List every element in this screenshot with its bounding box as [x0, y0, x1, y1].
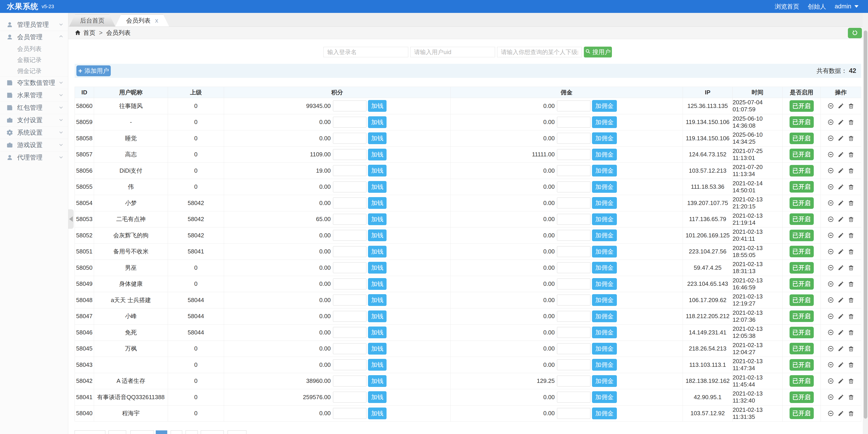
- disable-icon[interactable]: [828, 329, 834, 336]
- user-uid-input[interactable]: [410, 47, 495, 57]
- disable-icon[interactable]: [828, 346, 834, 352]
- delete-icon[interactable]: [848, 378, 854, 384]
- add-commission-button[interactable]: 加佣金: [592, 326, 617, 338]
- add-commission-button[interactable]: 加佣金: [592, 165, 617, 176]
- commission-amount-input[interactable]: [557, 262, 590, 273]
- commission-amount-input[interactable]: [557, 392, 590, 403]
- points-amount-input[interactable]: [333, 181, 366, 192]
- points-amount-input[interactable]: [333, 408, 366, 419]
- add-commission-button[interactable]: 加佣金: [592, 116, 617, 128]
- edit-icon[interactable]: [838, 168, 844, 174]
- add-money-button[interactable]: 加钱: [368, 246, 386, 258]
- edit-icon[interactable]: [838, 297, 844, 303]
- points-amount-input[interactable]: [333, 100, 366, 111]
- scrollbar-thumb[interactable]: [864, 31, 867, 418]
- points-amount-input[interactable]: [333, 376, 366, 386]
- add-money-button[interactable]: 加钱: [368, 197, 386, 209]
- commission-amount-input[interactable]: [557, 343, 590, 354]
- commission-amount-input[interactable]: [557, 408, 590, 419]
- login-name-input[interactable]: [323, 47, 408, 57]
- pagination-page-active[interactable]: [156, 430, 167, 434]
- points-amount-input[interactable]: [333, 230, 366, 241]
- add-money-button[interactable]: 加钱: [368, 294, 386, 306]
- add-commission-button[interactable]: 加佣金: [592, 100, 617, 112]
- commission-amount-input[interactable]: [557, 100, 590, 111]
- disable-icon[interactable]: [828, 378, 834, 384]
- sidebar-item-3[interactable]: 水果管理: [0, 89, 68, 102]
- add-commission-button[interactable]: 加佣金: [592, 294, 617, 306]
- add-commission-button[interactable]: 加佣金: [592, 213, 617, 225]
- add-commission-button[interactable]: 加佣金: [592, 133, 617, 144]
- add-money-button[interactable]: 加钱: [368, 375, 386, 387]
- points-amount-input[interactable]: [333, 133, 366, 144]
- close-icon[interactable]: x: [155, 17, 158, 24]
- disable-icon[interactable]: [828, 394, 834, 400]
- disable-icon[interactable]: [828, 119, 834, 125]
- delete-icon[interactable]: [848, 410, 854, 416]
- add-money-button[interactable]: 加钱: [368, 343, 386, 354]
- disable-icon[interactable]: [828, 281, 834, 287]
- points-amount-input[interactable]: [333, 214, 366, 225]
- commission-amount-input[interactable]: [557, 149, 590, 160]
- add-money-button[interactable]: 加钱: [368, 326, 386, 338]
- disable-icon[interactable]: [828, 264, 834, 271]
- add-money-button[interactable]: 加钱: [368, 213, 386, 225]
- disable-icon[interactable]: [828, 313, 834, 319]
- disable-icon[interactable]: [828, 297, 834, 303]
- sidebar-collapse-handle[interactable]: [68, 209, 74, 229]
- edit-icon[interactable]: [838, 119, 844, 125]
- add-money-button[interactable]: 加钱: [368, 407, 386, 419]
- disable-icon[interactable]: [828, 184, 834, 190]
- disable-icon[interactable]: [828, 410, 834, 416]
- points-amount-input[interactable]: [333, 327, 366, 338]
- pagination-button-1[interactable]: [108, 430, 126, 434]
- delete-icon[interactable]: [848, 346, 854, 352]
- add-money-button[interactable]: 加钱: [368, 165, 386, 176]
- edit-icon[interactable]: [838, 151, 844, 158]
- commission-amount-input[interactable]: [557, 117, 590, 127]
- refresh-button[interactable]: [848, 28, 862, 38]
- delete-icon[interactable]: [848, 329, 854, 336]
- delete-icon[interactable]: [848, 264, 854, 271]
- commission-amount-input[interactable]: [557, 376, 590, 386]
- disable-icon[interactable]: [828, 200, 834, 206]
- points-amount-input[interactable]: [333, 392, 366, 403]
- add-commission-button[interactable]: 加佣金: [592, 343, 617, 354]
- edit-icon[interactable]: [838, 249, 844, 255]
- pagination-button-2[interactable]: [130, 430, 154, 434]
- points-amount-input[interactable]: [333, 246, 366, 257]
- edit-icon[interactable]: [838, 346, 844, 352]
- add-commission-button[interactable]: 加佣金: [592, 229, 617, 241]
- edit-icon[interactable]: [838, 200, 844, 206]
- add-commission-button[interactable]: 加佣金: [592, 197, 617, 209]
- disable-icon[interactable]: [828, 361, 834, 368]
- delete-icon[interactable]: [848, 184, 854, 190]
- edit-icon[interactable]: [838, 103, 844, 109]
- commission-amount-input[interactable]: [557, 246, 590, 257]
- sidebar-item-1[interactable]: 会员管理: [0, 31, 68, 43]
- points-amount-input[interactable]: [333, 198, 366, 208]
- pagination-button-0[interactable]: [74, 430, 105, 434]
- edit-icon[interactable]: [838, 232, 844, 238]
- edit-icon[interactable]: [838, 216, 844, 223]
- commission-amount-input[interactable]: [557, 230, 590, 241]
- delete-icon[interactable]: [848, 249, 854, 255]
- tab-dashboard[interactable]: 后台首页: [69, 15, 115, 27]
- delete-icon[interactable]: [848, 216, 854, 223]
- commission-amount-input[interactable]: [557, 181, 590, 192]
- delete-icon[interactable]: [848, 200, 854, 206]
- delete-icon[interactable]: [848, 281, 854, 287]
- edit-icon[interactable]: [838, 410, 844, 416]
- delete-icon[interactable]: [848, 119, 854, 125]
- sidebar-item-8[interactable]: 代理管理: [0, 151, 68, 164]
- add-money-button[interactable]: 加钱: [368, 391, 386, 403]
- add-money-button[interactable]: 加钱: [368, 311, 386, 322]
- commission-amount-input[interactable]: [557, 279, 590, 289]
- edit-icon[interactable]: [838, 394, 844, 400]
- add-money-button[interactable]: 加钱: [368, 149, 386, 161]
- disable-icon[interactable]: [828, 216, 834, 223]
- points-amount-input[interactable]: [333, 165, 366, 176]
- add-commission-button[interactable]: 加佣金: [592, 375, 617, 387]
- points-amount-input[interactable]: [333, 343, 366, 354]
- sidebar-item-5[interactable]: 支付设置: [0, 114, 68, 126]
